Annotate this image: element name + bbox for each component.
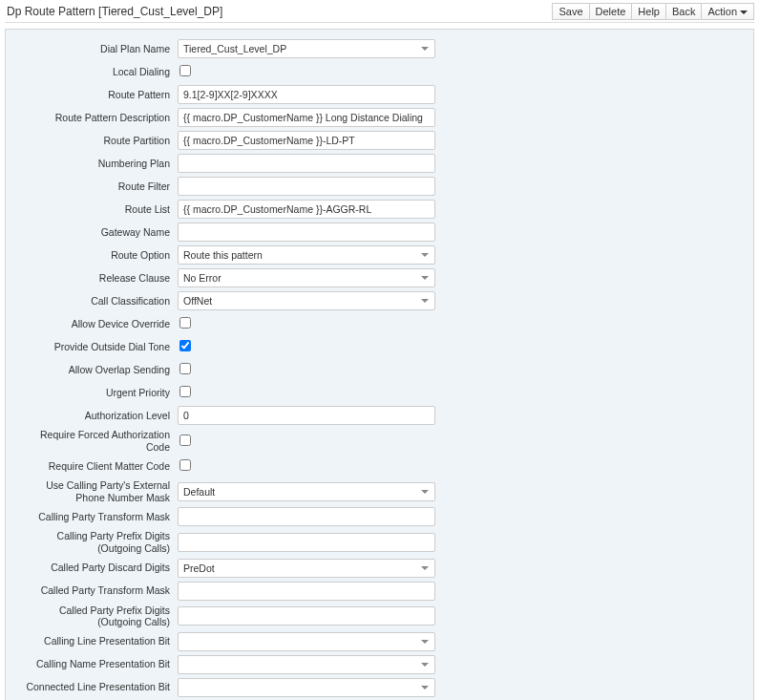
route-pattern-description-label: Route Pattern Description bbox=[15, 112, 178, 124]
called-party-prefix-digits-input[interactable] bbox=[178, 606, 435, 626]
calling-party-prefix-digits-input[interactable] bbox=[178, 533, 435, 552]
local-dialing-checkbox[interactable] bbox=[179, 65, 191, 76]
calling-line-presentation-bit-select[interactable] bbox=[178, 632, 435, 651]
urgent-priority-checkbox[interactable] bbox=[179, 386, 191, 397]
calling-party-transform-mask-input[interactable] bbox=[178, 507, 435, 526]
release-clause-select[interactable]: No Error bbox=[178, 268, 435, 287]
route-option-select[interactable]: Route this pattern bbox=[178, 245, 435, 265]
called-party-discard-digits-label: Called Party Discard Digits bbox=[15, 562, 178, 574]
form-panel: Dial Plan Name Tiered_Cust_Level_DP Loca… bbox=[5, 29, 754, 700]
calling-name-presentation-bit-label: Calling Name Presentation Bit bbox=[15, 658, 178, 670]
called-party-prefix-digits-label: Called Party Prefix Digits (Outgoing Cal… bbox=[15, 605, 178, 628]
call-classification-label: Call Classification bbox=[15, 295, 178, 308]
dial-plan-name-label: Dial Plan Name bbox=[15, 43, 178, 55]
provide-outside-dial-tone-checkbox[interactable] bbox=[179, 340, 191, 351]
called-party-transform-mask-input[interactable] bbox=[178, 582, 435, 601]
header-toolbar: Save Delete Help Back Action bbox=[552, 3, 754, 20]
route-filter-label: Route Filter bbox=[15, 180, 178, 193]
help-button[interactable]: Help bbox=[631, 3, 666, 20]
call-classification-select[interactable]: OffNet bbox=[178, 291, 435, 310]
called-party-transform-mask-label: Called Party Transform Mask bbox=[15, 584, 178, 597]
action-button[interactable]: Action bbox=[701, 3, 754, 20]
chevron-down-icon bbox=[740, 11, 748, 14]
use-calling-party-external-mask-select[interactable]: Default bbox=[178, 482, 435, 501]
connected-line-presentation-bit-select[interactable] bbox=[178, 678, 435, 697]
gateway-name-input[interactable] bbox=[178, 223, 435, 242]
authorization-level-input[interactable] bbox=[178, 406, 435, 425]
page-title: Dp Route Pattern [Tiered_Cust_Level_DP] bbox=[5, 5, 552, 18]
local-dialing-label: Local Dialing bbox=[15, 66, 178, 78]
require-client-matter-code-checkbox[interactable] bbox=[179, 459, 191, 471]
require-client-matter-code-label: Require Client Matter Code bbox=[15, 460, 178, 473]
route-list-label: Route List bbox=[15, 203, 178, 216]
route-option-label: Route Option bbox=[15, 249, 178, 262]
connected-line-presentation-bit-label: Connected Line Presentation Bit bbox=[15, 681, 178, 693]
require-forced-auth-code-label: Require Forced Authorization Code bbox=[15, 429, 178, 453]
calling-party-prefix-digits-label: Calling Party Prefix Digits (Outgoing Ca… bbox=[15, 530, 178, 554]
route-list-input[interactable] bbox=[178, 200, 435, 219]
allow-device-override-label: Allow Device Override bbox=[15, 318, 178, 330]
release-clause-label: Release Clause bbox=[15, 272, 178, 285]
route-pattern-label: Route Pattern bbox=[15, 89, 178, 101]
authorization-level-label: Authorization Level bbox=[15, 410, 178, 422]
calling-party-transform-mask-label: Calling Party Transform Mask bbox=[15, 511, 178, 523]
calling-line-presentation-bit-label: Calling Line Presentation Bit bbox=[15, 635, 178, 647]
delete-button[interactable]: Delete bbox=[589, 3, 633, 20]
allow-device-override-checkbox[interactable] bbox=[179, 317, 191, 329]
route-partition-label: Route Partition bbox=[15, 135, 178, 147]
numbering-plan-input[interactable] bbox=[178, 154, 435, 173]
page-header: Dp Route Pattern [Tiered_Cust_Level_DP] … bbox=[5, 2, 754, 23]
called-party-discard-digits-select[interactable]: PreDot bbox=[178, 559, 435, 578]
urgent-priority-label: Urgent Priority bbox=[15, 387, 178, 399]
provide-outside-dial-tone-label: Provide Outside Dial Tone bbox=[15, 341, 178, 353]
gateway-name-label: Gateway Name bbox=[15, 226, 178, 239]
action-label: Action bbox=[707, 6, 737, 17]
dial-plan-name-select[interactable]: Tiered_Cust_Level_DP bbox=[178, 39, 435, 58]
save-button[interactable]: Save bbox=[552, 3, 589, 20]
numbering-plan-label: Numbering Plan bbox=[15, 158, 178, 170]
route-filter-input[interactable] bbox=[178, 177, 435, 196]
use-calling-party-external-mask-label: Use Calling Party's External Phone Numbe… bbox=[15, 479, 178, 503]
route-pattern-input[interactable] bbox=[178, 85, 435, 104]
require-forced-auth-code-checkbox[interactable] bbox=[179, 435, 191, 446]
route-pattern-description-input[interactable] bbox=[178, 108, 435, 127]
allow-overlap-sending-checkbox[interactable] bbox=[179, 363, 191, 374]
back-button[interactable]: Back bbox=[665, 3, 702, 20]
route-partition-input[interactable] bbox=[178, 131, 435, 150]
allow-overlap-sending-label: Allow Overlap Sending bbox=[15, 364, 178, 376]
calling-name-presentation-bit-select[interactable] bbox=[178, 655, 435, 674]
